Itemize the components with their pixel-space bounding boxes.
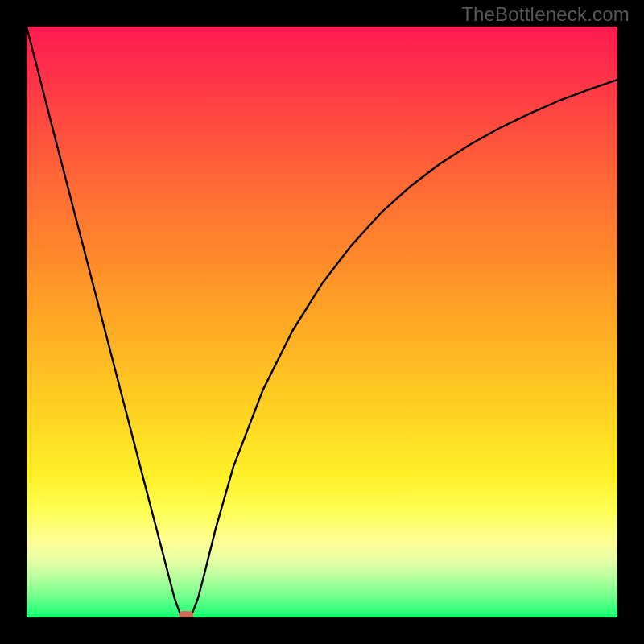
- chart-frame: TheBottleneck.com: [0, 0, 644, 644]
- optimum-marker: [179, 611, 193, 617]
- curve-layer: [27, 27, 617, 617]
- plot-area: [27, 27, 617, 617]
- watermark-text: TheBottleneck.com: [461, 3, 630, 26]
- bottleneck-curve: [27, 27, 617, 617]
